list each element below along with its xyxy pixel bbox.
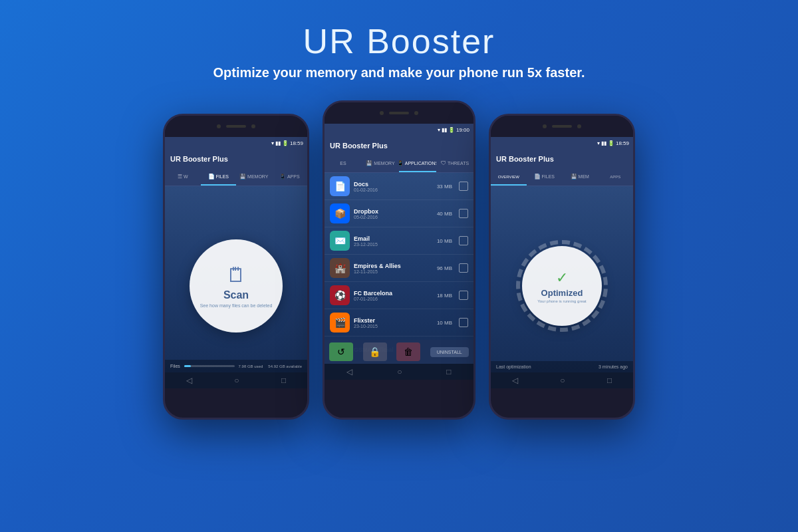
status-icons-3: ▾ ▮▮ 🔋 18:59 (597, 140, 629, 146)
email-date: 23-12-2015 (354, 242, 433, 247)
signal-icon-1: ▮▮ (275, 140, 281, 146)
phones-container: ▾ ▮▮ 🔋 18:59 UR Booster Plus ☰W 📄FILES 💾… (163, 100, 635, 433)
flixster-info: Flixster 23-10-2015 (354, 317, 433, 329)
tab-2-memory[interactable]: 💾MEMORY (362, 156, 399, 172)
list-item-empires: 🏰 Empires & Allies 12-11-2015 96 MB (325, 255, 473, 282)
tab-3-overview[interactable]: OVERVIEW (491, 169, 527, 186)
dropbox-icon: 📦 (330, 203, 350, 223)
back-btn-2[interactable]: ◁ (346, 367, 352, 376)
status-icons-2: ▾ ▮▮ 🔋 19:00 (438, 127, 469, 133)
tab-3-apps[interactable]: APPS (598, 169, 634, 186)
app-title: UR Booster (213, 21, 585, 61)
time-2: 19:00 (456, 127, 469, 133)
header: UR Booster Optimize your memory and make… (213, 0, 585, 87)
refresh-btn[interactable]: ↺ (329, 342, 353, 361)
phone-1: ▾ ▮▮ 🔋 18:59 UR Booster Plus ☰W 📄FILES 💾… (163, 114, 309, 420)
files-label: Files (170, 364, 180, 368)
tab-bar-3: OVERVIEW 📄FILES 💾MEM APPS (491, 169, 633, 186)
tab-1-files[interactable]: 📄FILES (201, 169, 237, 186)
tab-3-files[interactable]: 📄FILES (527, 169, 563, 186)
phone-screen-3: ✓ Optimized Your phone is running great … (491, 186, 633, 372)
docs-checkbox[interactable] (459, 182, 468, 191)
front-camera-1b (251, 124, 255, 128)
empires-info: Empires & Allies 12-11-2015 (354, 263, 433, 274)
dropbox-name: Dropbox (354, 208, 433, 215)
phone-nav-3: ◁ ○ □ (491, 372, 633, 388)
flixster-date: 23-10-2015 (354, 324, 433, 329)
dropbox-checkbox[interactable] (459, 209, 468, 218)
optimized-container: ✓ Optimized Your phone is running great (491, 186, 633, 372)
earpiece-1 (226, 125, 246, 128)
scan-desc: See how many files can be deleted (190, 303, 283, 308)
email-name: Email (354, 235, 433, 242)
email-checkbox[interactable] (459, 236, 468, 245)
scan-container: 🗒 Scan See how many files can be deleted (165, 186, 307, 372)
uninstall-btn[interactable]: UNINSTALL (430, 347, 469, 357)
phone-nav-2: ◁ ○ □ (325, 364, 473, 380)
tab-1-memory[interactable]: 💾MEMORY (236, 169, 272, 186)
signal-icon-2: ▮▮ (442, 127, 447, 133)
tab-2-apps[interactable]: 📱APPLICATIONS (399, 156, 436, 172)
docs-info: Docs 01-02-2016 (354, 181, 433, 192)
battery-icon-2: 🔋 (448, 127, 455, 133)
tab-3-memory[interactable]: 💾MEM (562, 169, 598, 186)
email-icon: ✉️ (330, 231, 350, 251)
back-btn-3[interactable]: ◁ (512, 376, 518, 385)
phone-3-top (491, 116, 633, 137)
front-camera-3b (577, 124, 581, 128)
docs-date: 01-02-2016 (354, 188, 433, 192)
last-opt-bar: Last optimization 3 minutes ago (491, 361, 633, 372)
docs-name: Docs (354, 181, 433, 188)
recents-btn-3[interactable]: □ (607, 376, 612, 385)
recents-btn-1[interactable]: □ (281, 376, 286, 385)
used-label: 7.98 GB used (239, 364, 263, 368)
tab-1-w[interactable]: ☰W (165, 169, 201, 186)
phone-screen-1: 🗒 Scan See how many files can be deleted… (165, 186, 307, 372)
status-bar-3: ▾ ▮▮ 🔋 18:59 (491, 137, 633, 149)
tab-1-apps[interactable]: 📱APPS (272, 169, 308, 186)
wifi-icon-3: ▾ (597, 140, 600, 146)
app-list: 📄 Docs 01-02-2016 33 MB 📦 Dropbox 05-02-… (325, 173, 473, 364)
list-item-flixster: 🎬 Flixster 23-10-2015 10 MB (325, 309, 473, 336)
signal-icon-3: ▮▮ (601, 140, 606, 146)
battery-icon-1: 🔋 (282, 140, 289, 146)
docs-size: 33 MB (437, 184, 452, 190)
scan-circle[interactable]: 🗒 Scan See how many files can be deleted (190, 239, 283, 332)
phone-2: ▾ ▮▮ 🔋 19:00 UR Booster Plus ES 💾MEMORY … (323, 100, 475, 420)
list-item-fcb: ⚽ FC Barcelona 07-01-2016 18 MB (325, 282, 473, 309)
tab-2-es[interactable]: ES (325, 156, 362, 172)
home-btn-3[interactable]: ○ (560, 376, 565, 385)
scan-doc-icon: 🗒 (226, 264, 246, 287)
app-bar-title-1: UR Booster Plus (170, 155, 228, 163)
empires-date: 12-11-2015 (354, 269, 433, 274)
phone-2-top (325, 102, 473, 124)
battery-icon-3: 🔋 (608, 140, 614, 146)
recents-btn-2[interactable]: □ (446, 367, 451, 376)
status-bar-2: ▾ ▮▮ 🔋 19:00 (325, 124, 473, 136)
app-subtitle: Optimize your memory and make your phone… (213, 65, 585, 80)
phone-nav-1: ◁ ○ □ (165, 372, 307, 388)
fcb-date: 07-01-2016 (354, 297, 433, 301)
front-camera-1 (217, 124, 221, 128)
optimized-dashes (516, 240, 608, 332)
fcb-name: FC Barcelona (354, 290, 433, 297)
list-item-docs: 📄 Docs 01-02-2016 33 MB (325, 173, 473, 200)
lock-btn[interactable]: 🔒 (363, 342, 387, 361)
wifi-icon-2: ▾ (438, 127, 440, 133)
back-btn-1[interactable]: ◁ (186, 376, 192, 385)
empires-name: Empires & Allies (354, 263, 433, 269)
tab-bar-1: ☰W 📄FILES 💾MEMORY 📱APPS (165, 169, 307, 186)
time-1: 18:59 (290, 140, 303, 146)
empires-checkbox[interactable] (459, 263, 468, 273)
phone-screen-2: 📄 Docs 01-02-2016 33 MB 📦 Dropbox 05-02-… (325, 173, 473, 364)
status-icons-1: ▾ ▮▮ 🔋 18:59 (271, 140, 303, 146)
tab-2-threats[interactable]: 🛡THREATS (436, 156, 473, 172)
fcb-checkbox[interactable] (459, 291, 468, 300)
home-btn-1[interactable]: ○ (234, 376, 239, 385)
home-btn-2[interactable]: ○ (397, 367, 402, 376)
scan-label: Scan (223, 289, 249, 301)
delete-btn[interactable]: 🗑 (396, 342, 420, 361)
phone-1-top (165, 116, 307, 137)
earpiece-2 (389, 112, 409, 114)
flixster-checkbox[interactable] (459, 318, 468, 327)
